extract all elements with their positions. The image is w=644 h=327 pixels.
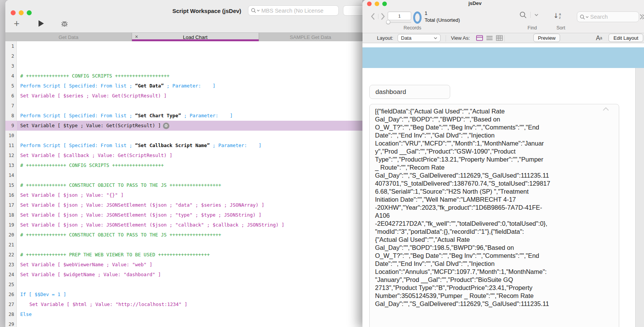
tab-load-chart[interactable]: × Load Chart: [132, 33, 259, 41]
record-slider[interactable]: [388, 22, 411, 23]
edit-layout-button[interactable]: Edit Layout: [609, 34, 643, 42]
script-line[interactable]: 9Set Variable [ $type ; Value: Get(Scrip…: [5, 121, 362, 131]
script-line[interactable]: 29: [5, 319, 362, 327]
minimize-window-button[interactable]: [19, 10, 24, 15]
script-line[interactable]: 1: [5, 41, 362, 51]
record-number-field[interactable]: 1: [388, 11, 411, 20]
table-view-icon[interactable]: [496, 35, 503, 41]
script-workspace-window: Script Workspace (jsDev) +: [5, 0, 362, 327]
line-number: 5: [5, 81, 17, 91]
json-text-line: Initiation Date":"","Well Name":"LAMBREC…: [375, 196, 613, 204]
json-text-line: _ Route":"","Recom Rate: [375, 164, 613, 172]
script-line[interactable]: 15# ++++++++++++++ CONSTRUCT OBJECT TO P…: [5, 180, 362, 190]
script-line[interactable]: 18Set Variable [ $json ; Value: JSONSetE…: [5, 210, 362, 220]
line-number: 22: [5, 250, 17, 260]
layout-dropdown[interactable]: Data: [398, 34, 441, 42]
json-text-line: "January","Prod __Gal":"","Product":"Bio…: [375, 276, 613, 284]
next-record-button[interactable]: [381, 13, 385, 20]
line-number: 27: [5, 299, 17, 309]
line-number: 9: [5, 121, 17, 131]
json-text-line: "modId":"3","portalData":{},"recordId":"…: [375, 228, 613, 236]
script-editor[interactable]: 1234# +++++++++++++++ CONFIG SCRIPTS +++…: [5, 41, 362, 327]
script-line[interactable]: 16Set Variable [ $json ; Value: "{}" ]: [5, 190, 362, 200]
script-step-text: Perform Script [ Specified: From list ; …: [17, 141, 261, 151]
script-line[interactable]: 20# ++++++++++++++ CONSTRUCT OBJECT TO P…: [5, 230, 362, 240]
script-line[interactable]: 8Perform Script [ Specified: From list ;…: [5, 111, 362, 121]
script-step-text: Set Variable [ $json ; Value: "{}" ]: [17, 190, 124, 200]
quick-search-field[interactable]: [577, 11, 639, 22]
script-line[interactable]: 2: [5, 51, 362, 61]
script-step-text: Else: [17, 309, 32, 319]
widget-name-field[interactable]: dashboard: [369, 85, 450, 99]
quick-search-input[interactable]: [590, 14, 636, 20]
line-number: 17: [5, 200, 17, 210]
script-line[interactable]: 26If [ $$Dev = 1 ]: [5, 290, 362, 299]
more-tools-icon[interactable]: [639, 14, 644, 20]
script-line[interactable]: 6Set Variable [ $series ; Value: Get(Scr…: [5, 91, 362, 101]
json-text-line: y","Prod __Gal":"","Product":"GSW-1090",…: [375, 147, 613, 155]
zoom-window-button[interactable]: [27, 10, 32, 15]
sort-button[interactable]: ↓ a z: [553, 12, 561, 19]
chevron-down-icon[interactable]: [535, 14, 538, 16]
window-scrollbar-track[interactable]: [635, 68, 644, 327]
mbs-search-input[interactable]: [261, 8, 336, 14]
record-slider-knob[interactable]: [386, 20, 390, 24]
script-line[interactable]: 28Else: [5, 309, 362, 319]
script-line[interactable]: 24Set Variable [ $widgetName ; Value: "d…: [5, 270, 362, 280]
script-line[interactable]: 14: [5, 170, 362, 180]
divider: [504, 35, 505, 42]
found-set-pie-icon[interactable]: [413, 11, 422, 24]
form-view-icon[interactable]: [476, 35, 483, 41]
script-line[interactable]: 10: [5, 131, 362, 141]
script-step-text: Perform Script [ Specified: From list ; …: [17, 111, 233, 121]
find-button[interactable]: [520, 11, 538, 18]
view-as-label: View As:: [451, 33, 470, 43]
json-text-line: Gal_Day":"","S_GalDelivered":112629,"S_G…: [375, 172, 613, 180]
script-step-text: Set Variable [ $type ; Value: Get(Script…: [17, 121, 169, 131]
new-script-button[interactable]: +: [11, 18, 23, 28]
sort-arrow-icon: ↓: [553, 12, 559, 19]
script-line[interactable]: 22# ++++++++++++++ PREP THE WEB VIEWER T…: [5, 250, 362, 260]
preview-button[interactable]: Preview: [533, 34, 560, 42]
close-tab-icon[interactable]: ×: [135, 34, 138, 40]
script-step-text: Set Variable [ $json ; Value: JSONSetEle…: [17, 210, 261, 220]
script-line[interactable]: 3: [5, 61, 362, 71]
script-line[interactable]: 12Set Variable [ $callback ; Value: Get(…: [5, 151, 362, 160]
script-line[interactable]: 21: [5, 240, 362, 250]
line-number: 24: [5, 270, 17, 280]
script-line[interactable]: 23Set Variable [ $webViewerName ; Value:…: [5, 260, 362, 270]
script-line[interactable]: 5Perform Script [ Specified: From list ;…: [5, 81, 362, 91]
formatting-bar-toggle[interactable]: Aa: [596, 33, 602, 43]
script-line[interactable]: 7: [5, 101, 362, 111]
script-line[interactable]: 4# +++++++++++++++ CONFIG SCRIPTS ++++++…: [5, 71, 362, 81]
search-icon: [251, 8, 256, 13]
script-line[interactable]: 11Perform Script [ Specified: From list …: [5, 141, 362, 151]
script-step-text: # ++++++++++++++ CONSTRUCT OBJECT TO PAS…: [17, 180, 221, 190]
line-number: 20: [5, 230, 17, 240]
script-step-text: Set Variable [ $callback ; Value: Get(Sc…: [17, 151, 172, 160]
list-view-icon[interactable]: [486, 36, 493, 40]
script-line[interactable]: 25: [5, 280, 362, 290]
partial-toolbar-control[interactable]: [343, 5, 362, 16]
sort-label: Sort: [546, 25, 576, 31]
script-line[interactable]: 17Set Variable [ $json ; Value: JSONSetE…: [5, 200, 362, 210]
scroll-up-chevron-icon[interactable]: [603, 107, 609, 111]
line-number: 26: [5, 290, 17, 299]
debug-script-button[interactable]: [59, 18, 70, 29]
dashboard-json-field[interactable]: [{"fieldData":{"Actual Gal Used":"","Act…: [369, 104, 619, 327]
line-number: 16: [5, 190, 17, 200]
script-line[interactable]: 27Set Variable [ $html ; Value: "http://…: [5, 299, 362, 309]
tab-get-data[interactable]: Get Data: [5, 33, 132, 41]
json-text-line: 2713","Product Type":"B","ProductPrice":…: [375, 284, 613, 292]
line-number: 7: [5, 101, 17, 111]
json-text-line: O_W_T?":"","Beg Date":"","Beg Inv":"","C…: [375, 252, 613, 260]
step-options-gear-icon[interactable]: ⚙: [163, 123, 169, 129]
run-script-button[interactable]: [35, 18, 46, 29]
script-line[interactable]: 13# ++++++++++++++ CONFIG SCRIPTS ++++++…: [5, 160, 362, 170]
close-window-button[interactable]: [11, 10, 16, 15]
line-number: 4: [5, 71, 17, 81]
tab-sample-get-data[interactable]: SAMPLE Get Data: [259, 33, 362, 41]
previous-record-button[interactable]: [371, 13, 375, 20]
script-line[interactable]: 19Set Variable [ $json ; Value: JSONSetE…: [5, 220, 362, 230]
mbs-search-field[interactable]: [248, 5, 339, 16]
